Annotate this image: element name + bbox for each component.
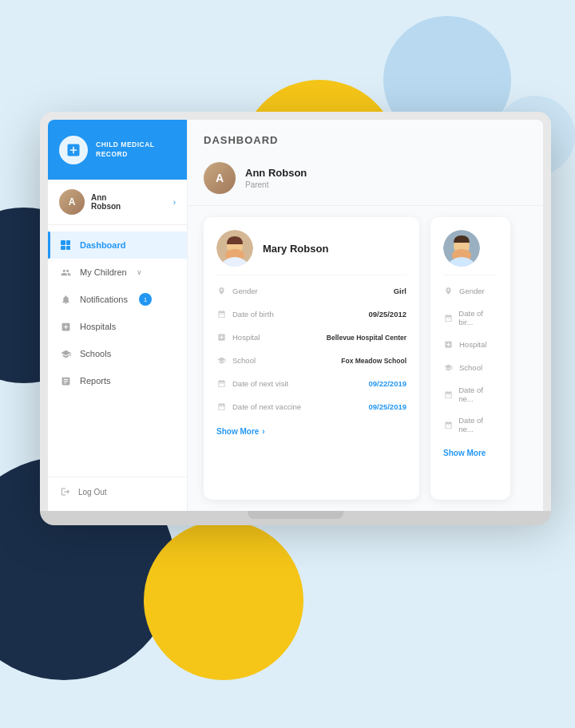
next-visit-icon-second xyxy=(443,390,453,400)
sidebar-user-name: AnnRobson xyxy=(91,193,167,211)
next-vaccine-label-second: Date of ne... xyxy=(458,416,498,433)
laptop-base xyxy=(40,511,551,525)
main-user-avatar: A xyxy=(204,162,236,194)
next-visit-icon xyxy=(216,378,227,389)
boy-avatar-image xyxy=(443,230,480,267)
report-icon xyxy=(59,374,72,387)
next-vaccine-label: Date of next vaccine xyxy=(232,402,301,411)
child-avatar-second xyxy=(443,230,480,267)
next-visit-label-second: Date of ne... xyxy=(458,386,498,403)
dob-label: Date of birth xyxy=(232,310,274,318)
hospital-info-icon xyxy=(216,332,227,342)
nav-label-my-children: My Children xyxy=(80,267,127,277)
info-row-next-vaccine-second: Date of ne... xyxy=(443,413,498,436)
avatar: A xyxy=(59,189,85,215)
main-content: DASHBOARD A Ann Robson Parent xyxy=(188,120,543,511)
show-more-second[interactable]: Show More xyxy=(443,449,498,457)
sidebar-user[interactable]: A AnnRobson › xyxy=(48,180,187,225)
nav-label-notifications: Notifications xyxy=(80,295,128,304)
sidebar-nav: Dashboard My Children ∨ xyxy=(48,225,187,477)
info-row-dob-second: Date of bir... xyxy=(443,307,498,329)
child-card-header-second xyxy=(443,230,498,275)
girl-avatar-image xyxy=(216,230,253,267)
next-vaccine-icon-second xyxy=(443,420,453,430)
show-more-mary[interactable]: Show More › xyxy=(216,427,406,436)
logout-label: Log Out xyxy=(78,488,107,497)
gender-icon xyxy=(216,286,227,296)
child-card-second: Gender Date of bir... xyxy=(430,217,510,500)
info-row-next-visit: Date of next visit 09/22/2019 xyxy=(216,376,406,391)
laptop-screen-inner: CHILD MEDICAL RECORD A AnnRobson › xyxy=(48,120,543,511)
grid-icon xyxy=(59,239,72,251)
school-label: School xyxy=(232,356,256,365)
bell-icon xyxy=(59,293,72,306)
main-user-info: Ann Robson Parent xyxy=(245,167,307,189)
info-row-next-visit-second: Date of ne... xyxy=(443,383,498,406)
next-vaccine-icon xyxy=(216,402,227,412)
users-icon xyxy=(59,266,72,279)
school-icon xyxy=(59,347,72,360)
avatar-image: A xyxy=(59,189,85,215)
info-row-dob: Date of birth 09/25/2012 xyxy=(216,307,406,322)
info-row-school: School Fox Meadow School xyxy=(216,353,406,368)
child-name-mary: Mary Robson xyxy=(263,243,328,255)
chevron-right-icon: › xyxy=(173,198,176,207)
hospital-icon xyxy=(59,320,72,333)
hospital-label: Hospital xyxy=(232,333,260,342)
show-more-label-second: Show More xyxy=(443,449,486,457)
laptop-screen-outer: CHILD MEDICAL RECORD A AnnRobson › xyxy=(40,112,551,511)
sidebar-item-reports[interactable]: Reports xyxy=(48,367,187,394)
sidebar-item-notifications[interactable]: Notifications 1 xyxy=(48,286,187,313)
sidebar-header: CHILD MEDICAL RECORD xyxy=(48,120,187,180)
main-user-name: Ann Robson xyxy=(245,167,307,179)
hospital-label-second: Hospital xyxy=(459,340,486,349)
sidebar-item-hospitals[interactable]: Hospitals xyxy=(48,313,187,340)
school-value: Fox Meadow School xyxy=(341,357,406,365)
school-icon-second xyxy=(443,362,454,373)
next-visit-label: Date of next visit xyxy=(232,379,288,388)
dob-icon xyxy=(216,309,227,319)
school-info-icon xyxy=(216,355,227,366)
medical-cross-icon xyxy=(65,142,81,158)
child-card-header-mary: Mary Robson xyxy=(216,230,406,275)
sidebar-footer: Log Out xyxy=(48,477,187,511)
info-row-hospital-second: Hospital xyxy=(443,337,498,352)
main-header: DASHBOARD xyxy=(188,120,543,154)
page-title: DASHBOARD xyxy=(204,134,527,146)
info-row-hospital: Hospital Bellevue Hospital Center xyxy=(216,330,406,345)
notification-badge: 1 xyxy=(139,293,152,306)
gender-label: Gender xyxy=(232,287,258,295)
info-row-gender-second: Gender xyxy=(443,283,498,299)
cards-container: Mary Robson Gender Girl xyxy=(188,206,543,511)
sidebar: CHILD MEDICAL RECORD A AnnRobson › xyxy=(48,120,188,511)
gender-value: Girl xyxy=(394,287,406,295)
user-info-row: A Ann Robson Parent xyxy=(188,154,543,206)
dob-icon-second xyxy=(443,313,453,323)
sidebar-item-my-children[interactable]: My Children ∨ xyxy=(48,259,187,286)
logo-icon xyxy=(59,136,88,164)
gender-icon-second xyxy=(443,286,454,296)
dob-value: 09/25/2012 xyxy=(368,310,406,318)
school-label-second: School xyxy=(459,363,482,372)
dob-label-second: Date of bir... xyxy=(458,309,498,326)
logout-button[interactable]: Log Out xyxy=(59,485,176,498)
nav-label-reports: Reports xyxy=(80,376,111,386)
gender-label-second: Gender xyxy=(459,287,485,295)
next-visit-value: 09/22/2019 xyxy=(368,379,406,388)
sidebar-item-dashboard[interactable]: Dashboard xyxy=(48,231,187,259)
brand-text: CHILD MEDICAL RECORD xyxy=(96,140,176,160)
child-card-mary: Mary Robson Gender Girl xyxy=(204,217,419,500)
info-row-next-vaccine: Date of next vaccine 09/25/2019 xyxy=(216,399,406,414)
sidebar-item-schools[interactable]: Schools xyxy=(48,340,187,367)
info-row-school-second: School xyxy=(443,360,498,375)
info-row-gender: Gender Girl xyxy=(216,283,406,299)
bg-yellow-bottom xyxy=(144,520,303,680)
chevron-down-icon: ∨ xyxy=(137,268,142,276)
laptop-wrapper: CHILD MEDICAL RECORD A AnnRobson › xyxy=(40,112,551,525)
nav-label-schools: Schools xyxy=(80,349,111,358)
hospital-value: Bellevue Hospital Center xyxy=(327,334,406,342)
show-more-label-mary: Show More xyxy=(216,427,259,436)
main-user-role: Parent xyxy=(245,180,307,189)
child-avatar-mary xyxy=(216,230,253,267)
nav-label-hospitals: Hospitals xyxy=(80,322,116,331)
